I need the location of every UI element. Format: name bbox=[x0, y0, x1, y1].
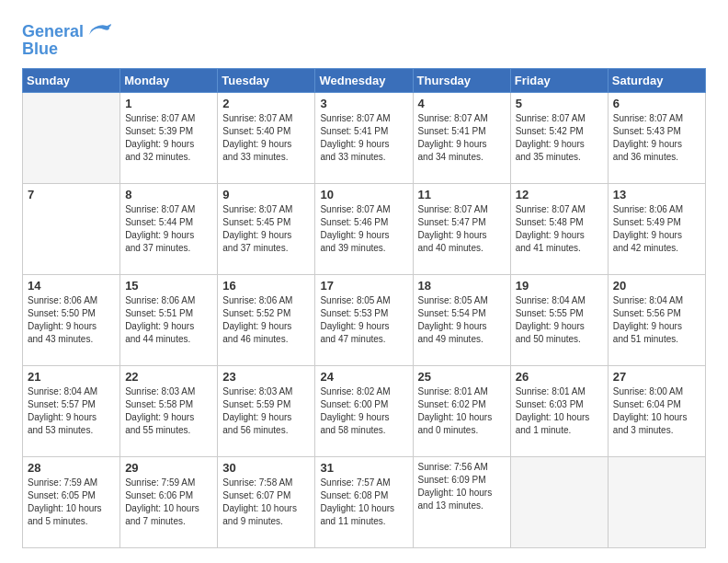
calendar-cell: 21Sunrise: 8:04 AMSunset: 5:57 PMDayligh… bbox=[23, 365, 120, 456]
calendar-cell bbox=[608, 456, 705, 547]
calendar-week-4: 21Sunrise: 8:04 AMSunset: 5:57 PMDayligh… bbox=[23, 365, 706, 456]
day-number: 7 bbox=[28, 188, 115, 201]
day-info: Sunrise: 7:59 AMSunset: 6:06 PMDaylight:… bbox=[125, 477, 212, 528]
calendar-cell: 18Sunrise: 8:05 AMSunset: 5:54 PMDayligh… bbox=[413, 274, 510, 365]
day-info: Sunrise: 8:06 AMSunset: 5:49 PMDaylight:… bbox=[613, 203, 700, 255]
calendar-header: SundayMondayTuesdayWednesdayThursdayFrid… bbox=[23, 68, 706, 92]
calendar-cell: 22Sunrise: 8:03 AMSunset: 5:58 PMDayligh… bbox=[120, 365, 218, 456]
calendar-week-1: 1Sunrise: 8:07 AMSunset: 5:39 PMDaylight… bbox=[23, 92, 706, 183]
day-number: 19 bbox=[516, 279, 603, 293]
weekday-header-friday: Friday bbox=[510, 68, 608, 92]
calendar-cell bbox=[510, 456, 608, 547]
calendar-cell: 12Sunrise: 8:07 AMSunset: 5:48 PMDayligh… bbox=[510, 183, 608, 274]
logo-text-line1: General bbox=[22, 23, 84, 41]
calendar-cell: 8Sunrise: 8:07 AMSunset: 5:44 PMDaylight… bbox=[120, 183, 218, 274]
day-number: 4 bbox=[418, 97, 506, 110]
day-info: Sunrise: 8:02 AMSunset: 6:00 PMDaylight:… bbox=[320, 385, 407, 437]
day-number: 8 bbox=[125, 188, 212, 201]
calendar-cell bbox=[23, 92, 120, 183]
calendar-table: SundayMondayTuesdayWednesdayThursdayFrid… bbox=[22, 68, 706, 548]
day-info: Sunrise: 8:06 AMSunset: 5:51 PMDaylight:… bbox=[125, 294, 212, 346]
day-info: Sunrise: 8:06 AMSunset: 5:50 PMDaylight:… bbox=[28, 294, 115, 346]
calendar-cell: 27Sunrise: 8:00 AMSunset: 6:04 PMDayligh… bbox=[608, 365, 705, 456]
day-info: Sunrise: 8:07 AMSunset: 5:41 PMDaylight:… bbox=[320, 112, 407, 164]
calendar-cell: Sunrise: 7:56 AMSunset: 6:09 PMDaylight:… bbox=[413, 456, 510, 547]
day-number: 22 bbox=[125, 370, 212, 384]
day-number: 2 bbox=[222, 97, 310, 110]
day-info: Sunrise: 8:07 AMSunset: 5:39 PMDaylight:… bbox=[125, 112, 212, 164]
day-info: Sunrise: 8:07 AMSunset: 5:41 PMDaylight:… bbox=[418, 112, 506, 164]
day-info: Sunrise: 8:04 AMSunset: 5:57 PMDaylight:… bbox=[28, 385, 115, 437]
day-number: 1 bbox=[125, 97, 212, 110]
calendar-week-5: 28Sunrise: 7:59 AMSunset: 6:05 PMDayligh… bbox=[23, 456, 706, 547]
calendar-cell: 24Sunrise: 8:02 AMSunset: 6:00 PMDayligh… bbox=[315, 365, 413, 456]
calendar-cell: 31Sunrise: 7:57 AMSunset: 6:08 PMDayligh… bbox=[315, 456, 413, 547]
day-info: Sunrise: 8:00 AMSunset: 6:04 PMDaylight:… bbox=[613, 385, 700, 437]
calendar-cell: 17Sunrise: 8:05 AMSunset: 5:53 PMDayligh… bbox=[315, 274, 413, 365]
calendar-cell: 14Sunrise: 8:06 AMSunset: 5:50 PMDayligh… bbox=[23, 274, 120, 365]
weekday-header-tuesday: Tuesday bbox=[218, 68, 315, 92]
calendar-cell: 20Sunrise: 8:04 AMSunset: 5:56 PMDayligh… bbox=[608, 274, 705, 365]
day-number: 31 bbox=[320, 461, 407, 475]
header: General Blue bbox=[22, 18, 706, 59]
weekday-header-monday: Monday bbox=[120, 68, 218, 92]
day-number: 13 bbox=[613, 188, 700, 201]
day-info: Sunrise: 8:07 AMSunset: 5:47 PMDaylight:… bbox=[418, 203, 506, 255]
calendar-cell: 19Sunrise: 8:04 AMSunset: 5:55 PMDayligh… bbox=[510, 274, 608, 365]
day-info: Sunrise: 8:03 AMSunset: 5:58 PMDaylight:… bbox=[125, 385, 212, 437]
day-info: Sunrise: 8:07 AMSunset: 5:43 PMDaylight:… bbox=[613, 112, 700, 164]
calendar-cell: 7 bbox=[23, 183, 120, 274]
calendar-cell: 16Sunrise: 8:06 AMSunset: 5:52 PMDayligh… bbox=[218, 274, 315, 365]
day-number: 20 bbox=[613, 279, 700, 293]
weekday-header-saturday: Saturday bbox=[608, 68, 705, 92]
day-info: Sunrise: 8:07 AMSunset: 5:46 PMDaylight:… bbox=[320, 203, 407, 255]
day-number: 12 bbox=[516, 188, 603, 201]
day-info: Sunrise: 8:05 AMSunset: 5:53 PMDaylight:… bbox=[320, 294, 407, 346]
day-number: 6 bbox=[613, 97, 700, 110]
calendar-cell: 28Sunrise: 7:59 AMSunset: 6:05 PMDayligh… bbox=[23, 456, 120, 547]
calendar-cell: 15Sunrise: 8:06 AMSunset: 5:51 PMDayligh… bbox=[120, 274, 218, 365]
day-number: 23 bbox=[222, 370, 310, 384]
weekday-header-wednesday: Wednesday bbox=[315, 68, 413, 92]
day-info: Sunrise: 8:03 AMSunset: 5:59 PMDaylight:… bbox=[222, 385, 310, 437]
day-info: Sunrise: 7:58 AMSunset: 6:07 PMDaylight:… bbox=[222, 477, 310, 528]
day-number: 28 bbox=[28, 461, 115, 475]
calendar-cell: 11Sunrise: 8:07 AMSunset: 5:47 PMDayligh… bbox=[413, 183, 510, 274]
day-number: 30 bbox=[222, 461, 310, 475]
calendar-cell: 23Sunrise: 8:03 AMSunset: 5:59 PMDayligh… bbox=[218, 365, 315, 456]
calendar-cell: 1Sunrise: 8:07 AMSunset: 5:39 PMDaylight… bbox=[120, 92, 218, 183]
day-info: Sunrise: 7:56 AMSunset: 6:09 PMDaylight:… bbox=[418, 461, 506, 512]
calendar-cell: 2Sunrise: 8:07 AMSunset: 5:40 PMDaylight… bbox=[218, 92, 315, 183]
weekday-header-sunday: Sunday bbox=[23, 68, 120, 92]
day-info: Sunrise: 8:05 AMSunset: 5:54 PMDaylight:… bbox=[418, 294, 506, 346]
calendar-cell: 5Sunrise: 8:07 AMSunset: 5:42 PMDaylight… bbox=[510, 92, 608, 183]
day-info: Sunrise: 7:59 AMSunset: 6:05 PMDaylight:… bbox=[28, 477, 115, 528]
calendar-cell: 26Sunrise: 8:01 AMSunset: 6:03 PMDayligh… bbox=[510, 365, 608, 456]
page: General Blue SundayMondayTuesdayWednesda… bbox=[0, 0, 728, 563]
calendar-body: 1Sunrise: 8:07 AMSunset: 5:39 PMDaylight… bbox=[23, 92, 706, 547]
calendar-cell: 3Sunrise: 8:07 AMSunset: 5:41 PMDaylight… bbox=[315, 92, 413, 183]
day-number: 15 bbox=[125, 279, 212, 293]
calendar-cell: 10Sunrise: 8:07 AMSunset: 5:46 PMDayligh… bbox=[315, 183, 413, 274]
day-info: Sunrise: 8:07 AMSunset: 5:40 PMDaylight:… bbox=[222, 112, 310, 164]
day-number: 26 bbox=[516, 370, 603, 384]
calendar-week-2: 78Sunrise: 8:07 AMSunset: 5:44 PMDayligh… bbox=[23, 183, 706, 274]
calendar-cell: 13Sunrise: 8:06 AMSunset: 5:49 PMDayligh… bbox=[608, 183, 705, 274]
day-number: 24 bbox=[320, 370, 407, 384]
day-info: Sunrise: 7:57 AMSunset: 6:08 PMDaylight:… bbox=[320, 477, 407, 528]
day-number: 5 bbox=[516, 97, 603, 110]
day-info: Sunrise: 8:04 AMSunset: 5:55 PMDaylight:… bbox=[516, 294, 603, 346]
calendar-cell: 6Sunrise: 8:07 AMSunset: 5:43 PMDaylight… bbox=[608, 92, 705, 183]
day-info: Sunrise: 8:01 AMSunset: 6:03 PMDaylight:… bbox=[516, 385, 603, 437]
calendar-cell: 30Sunrise: 7:58 AMSunset: 6:07 PMDayligh… bbox=[218, 456, 315, 547]
calendar-week-3: 14Sunrise: 8:06 AMSunset: 5:50 PMDayligh… bbox=[23, 274, 706, 365]
day-info: Sunrise: 8:06 AMSunset: 5:52 PMDaylight:… bbox=[222, 294, 310, 346]
day-number: 17 bbox=[320, 279, 407, 293]
day-number: 14 bbox=[28, 279, 115, 293]
day-number: 25 bbox=[418, 370, 506, 384]
logo-text-line2: Blue bbox=[22, 40, 58, 59]
calendar-cell: 25Sunrise: 8:01 AMSunset: 6:02 PMDayligh… bbox=[413, 365, 510, 456]
day-number: 29 bbox=[125, 461, 212, 475]
day-number: 10 bbox=[320, 188, 407, 201]
day-number: 9 bbox=[222, 188, 310, 201]
